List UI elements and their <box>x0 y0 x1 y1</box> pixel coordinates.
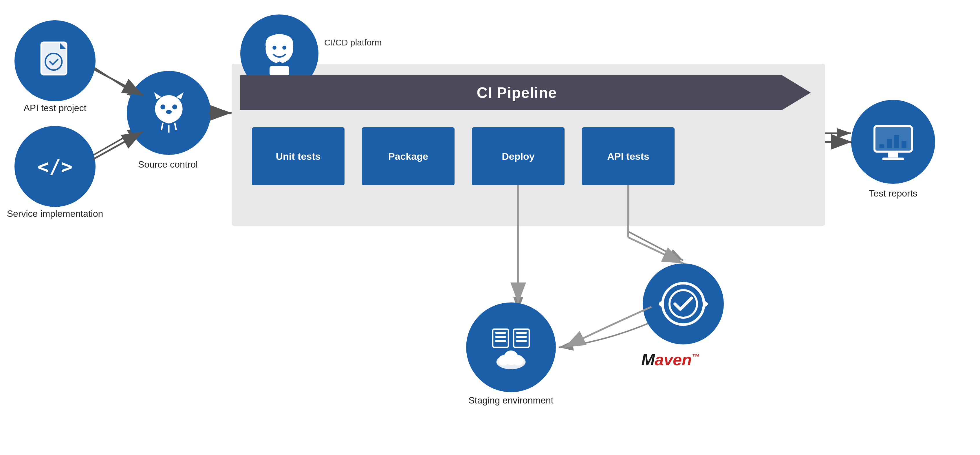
source-control-icon <box>127 71 211 155</box>
cicd-platform-label: CI/CD platform <box>324 38 382 48</box>
svg-rect-42 <box>516 332 527 334</box>
service-implementation-icon: </> <box>14 126 95 207</box>
test-reports-icon <box>851 100 935 184</box>
svg-point-17 <box>161 105 165 110</box>
svg-marker-51 <box>704 300 708 308</box>
svg-rect-34 <box>894 135 899 148</box>
test-reports-label: Test reports <box>851 188 935 199</box>
unit-tests-stage: Unit tests <box>252 127 345 185</box>
svg-rect-39 <box>495 336 506 338</box>
svg-rect-38 <box>495 332 506 334</box>
svg-point-24 <box>272 46 277 50</box>
api-test-project-icon <box>14 20 95 101</box>
svg-rect-44 <box>516 340 527 342</box>
svg-rect-31 <box>883 158 904 160</box>
package-stage: Package <box>362 127 455 185</box>
svg-line-8 <box>628 232 683 261</box>
diagram-container: API test project </> Service implementat… <box>0 0 980 455</box>
staging-environment-label: Staging environment <box>457 395 565 406</box>
svg-text:</>: </> <box>37 156 72 178</box>
ci-pipeline-label: CI Pipeline <box>477 84 557 101</box>
service-implementation-label: Service implementation <box>6 208 104 219</box>
svg-point-18 <box>172 105 177 110</box>
svg-rect-40 <box>495 340 506 342</box>
svg-marker-52 <box>659 300 663 308</box>
svg-point-48 <box>513 355 523 366</box>
svg-rect-35 <box>902 141 907 148</box>
svg-point-25 <box>282 46 286 50</box>
svg-rect-30 <box>888 152 898 158</box>
pipeline-arrow: CI Pipeline <box>240 75 811 110</box>
svg-point-14 <box>155 95 182 123</box>
deploy-stage: Deploy <box>472 127 565 185</box>
svg-line-58 <box>628 237 683 263</box>
svg-rect-32 <box>879 145 884 148</box>
svg-rect-33 <box>887 139 892 148</box>
maven-icon <box>643 263 724 344</box>
svg-rect-43 <box>516 336 527 338</box>
svg-marker-16 <box>176 92 184 99</box>
api-test-project-label: API test project <box>14 103 95 113</box>
svg-line-22 <box>175 123 176 130</box>
svg-line-20 <box>162 123 163 130</box>
svg-rect-27 <box>269 66 289 76</box>
api-tests-stage: API tests <box>582 127 675 185</box>
svg-marker-15 <box>154 92 162 99</box>
svg-point-19 <box>166 110 172 114</box>
maven-label: Maven™ <box>641 350 700 369</box>
source-control-label: Source control <box>113 159 223 170</box>
staging-environment-icon <box>466 302 556 392</box>
